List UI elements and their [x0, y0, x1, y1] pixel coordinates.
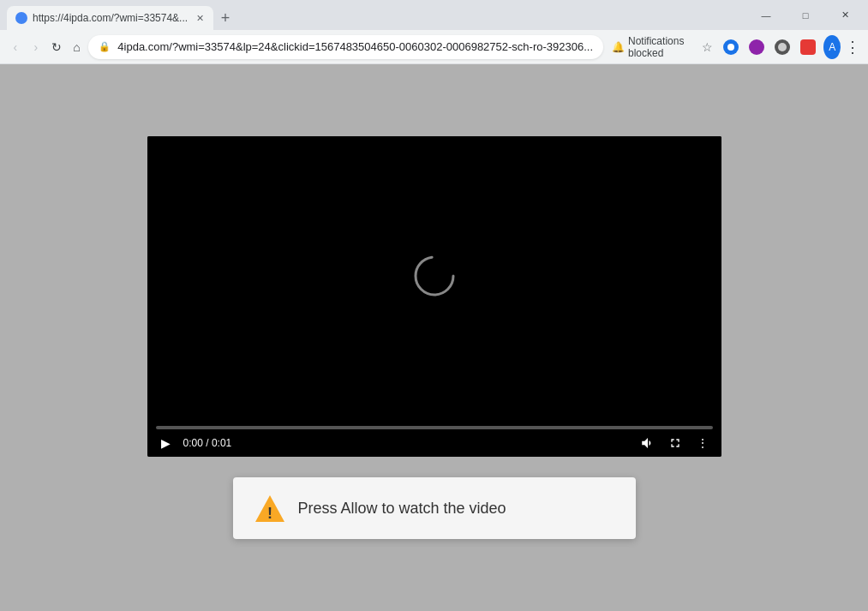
warning-icon: ! [254, 493, 284, 524]
profile-button[interactable]: A [823, 35, 841, 59]
controls-row: ▶ 0:00 / 0:01 [156, 433, 713, 453]
notifications-blocked-label: Notifications blocked [628, 35, 690, 59]
extension-icon-4[interactable] [796, 35, 820, 59]
chrome-window: https://4ipda.com/?wmi=33574&... ✕ + — □… [0, 0, 868, 611]
maximize-button[interactable]: □ [786, 2, 825, 29]
bell-icon: 🔔 [612, 41, 625, 53]
notifications-blocked-indicator[interactable]: 🔔 Notifications blocked [607, 33, 695, 61]
new-tab-button[interactable]: + [213, 6, 237, 30]
loading-spinner [410, 252, 458, 303]
refresh-button[interactable]: ↻ [48, 35, 65, 59]
close-button[interactable]: ✕ [825, 2, 865, 29]
progress-bar[interactable] [156, 426, 713, 429]
chrome-menu-button[interactable]: ⋮ [844, 35, 861, 59]
extension-icon-3[interactable] [770, 35, 794, 59]
play-button[interactable]: ▶ [156, 433, 177, 453]
video-controls: ▶ 0:00 / 0:01 [147, 419, 721, 457]
volume-button[interactable] [638, 433, 658, 453]
svg-point-0 [727, 44, 734, 51]
url-display: 4ipda.com/?wmi=33574&lp=24&clickid=15674… [117, 40, 593, 53]
notification-banner: ! Press Allow to watch the video [233, 477, 636, 539]
title-bar: https://4ipda.com/?wmi=33574&... ✕ + — □… [0, 0, 868, 30]
extension-icons [719, 35, 820, 59]
video-player[interactable]: ▶ 0:00 / 0:01 [147, 136, 721, 457]
tab-bar: https://4ipda.com/?wmi=33574&... ✕ + [7, 0, 743, 30]
back-button[interactable]: ‹ [7, 35, 24, 59]
home-button[interactable]: ⌂ [68, 35, 85, 59]
tab-title: https://4ipda.com/?wmi=33574&... [33, 12, 188, 24]
time-display: 0:00 / 0:01 [183, 437, 232, 449]
banner-message: Press Allow to watch the video [298, 500, 506, 518]
svg-text:!: ! [267, 505, 272, 522]
extension-icon-1[interactable] [719, 35, 743, 59]
active-tab[interactable]: https://4ipda.com/?wmi=33574&... ✕ [7, 6, 213, 30]
extension-icon-2[interactable] [745, 35, 769, 59]
tab-favicon [15, 12, 27, 24]
page-content: ▶ 0:00 / 0:01 [0, 64, 868, 611]
omnibox-bar: ‹ › ↻ ⌂ 🔒 4ipda.com/?wmi=33574&lp=24&cli… [0, 30, 868, 64]
svg-point-1 [416, 257, 453, 295]
window-controls: — □ ✕ [743, 0, 868, 30]
more-options-button[interactable]: ⋮ [692, 433, 713, 453]
video-area [147, 136, 721, 419]
fullscreen-button[interactable] [665, 433, 685, 453]
omnibox[interactable]: 🔒 4ipda.com/?wmi=33574&lp=24&clickid=156… [88, 35, 603, 59]
forward-button[interactable]: › [27, 35, 45, 59]
bookmark-button[interactable]: ☆ [698, 35, 715, 59]
minimize-button[interactable]: — [746, 2, 786, 29]
tab-close-button[interactable]: ✕ [193, 11, 207, 25]
lock-icon: 🔒 [99, 41, 111, 52]
